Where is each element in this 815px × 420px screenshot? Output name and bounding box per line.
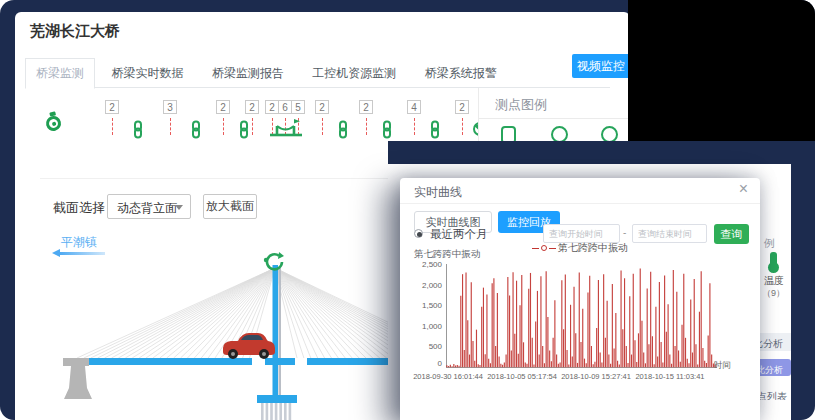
badge-value: 2 [245, 100, 259, 114]
tab-ipc-resource[interactable]: 工控机资源监测 [300, 58, 408, 88]
bridge-tower [273, 265, 279, 400]
badge-value: 4 [407, 100, 421, 114]
modal-header-divider [400, 203, 760, 204]
y-tick-label: 1,000 [412, 322, 442, 331]
x-tick-label: 2018-09-30 16:01:44 [413, 372, 483, 381]
x-axis-name: 时间 [714, 360, 731, 372]
car-graphic [223, 333, 275, 359]
point-legend-title: 测点图例 [495, 96, 547, 114]
badge-value: 2 [315, 100, 329, 114]
page-title: 芜湖长江大桥 [30, 22, 120, 41]
sensor-bar: 23222652242 [15, 94, 495, 146]
chain-link-icon[interactable] [190, 120, 202, 143]
legend-header-fragment: 例 [764, 236, 775, 251]
y-tick-label: 1,500 [412, 301, 442, 310]
x-tick-label: 2018-10-05 05:17:54 [487, 372, 557, 381]
y-tick-label: 500 [412, 342, 442, 351]
chain-link-icon[interactable] [132, 120, 144, 143]
sensor-dash-line [366, 118, 367, 135]
background-band [388, 141, 815, 164]
chain-link-icon[interactable] [381, 120, 393, 143]
tab-system-alarm[interactable]: 桥梁系统报警 [413, 58, 509, 88]
bridge-diagram [35, 252, 405, 420]
section-select-dropdown[interactable]: 动态背立面 [107, 194, 191, 219]
enlarge-section-button[interactable]: 放大截面 [203, 194, 257, 219]
date-separator: - [623, 227, 626, 238]
sensor-dash-line [252, 118, 253, 135]
chain-link-icon[interactable] [337, 120, 349, 143]
point-list-label: 测点列表 [757, 386, 791, 400]
sensor-dash-line [322, 118, 323, 135]
timer-icon[interactable] [44, 114, 62, 132]
tab-realtime-data[interactable]: 桥梁实时数据 [99, 58, 195, 88]
sensor-dash-line [462, 118, 463, 135]
tower-shadow [279, 268, 282, 396]
y-tick-label: 0 [412, 359, 442, 368]
y-tick-label: 2,000 [412, 281, 442, 290]
panel-divider [479, 118, 631, 119]
badge-value: 2 [265, 100, 279, 114]
foundation-cap [257, 395, 297, 403]
x-tick-label: 2018-10-09 15:27:41 [561, 372, 631, 381]
foundation-piles [261, 403, 291, 420]
chevron-down-icon [175, 205, 183, 210]
sensor-dash-line [414, 118, 415, 135]
badge-value: 2 [105, 100, 119, 114]
chain-link-icon[interactable] [429, 120, 441, 143]
left-pier [63, 358, 92, 399]
temperature-count: （9） [762, 287, 785, 300]
bridge-sensor-icon[interactable] [268, 118, 304, 142]
sensor-dash-line [223, 118, 224, 135]
badge-value: 2 [359, 100, 373, 114]
badge-value: 2 [216, 100, 230, 114]
video-monitor-button[interactable]: 视频监控 [572, 54, 630, 78]
badge-value: 6 [278, 100, 292, 114]
section-select-value: 动态背立面 [117, 200, 177, 217]
app-window: 芜湖长江大桥 桥梁监测 桥梁实时数据 桥梁监测报告 工控机资源监测 桥梁系统报警… [0, 0, 815, 420]
temperature-label: 温度 [764, 274, 784, 288]
badge-value: 2 [455, 100, 469, 114]
badge-value: 5 [291, 100, 305, 114]
badge-value: 3 [163, 100, 177, 114]
thermometer-icon[interactable] [770, 252, 777, 266]
modal-title: 实时曲线 [414, 184, 462, 201]
close-icon[interactable]: × [739, 180, 748, 198]
black-overlay-region [628, 0, 815, 148]
compare-analysis-button[interactable]: 对比分析 [757, 359, 791, 376]
vibration-chart: 第七跨跨中振动 2,5002,0001,5001,0005000 2018-09… [412, 248, 752, 416]
y-tick-label: 2,500 [412, 260, 442, 269]
sensor-dash-line [170, 118, 171, 135]
direction-label: 平潮镇 [61, 234, 97, 251]
main-tabbar: 桥梁监测 桥梁实时数据 桥梁监测报告 工控机资源监测 桥梁系统报警 [25, 58, 610, 88]
sensor-dash-line [112, 118, 113, 135]
chain-link-icon[interactable] [238, 120, 250, 143]
tab-monitor-report[interactable]: 桥梁监测报告 [200, 58, 296, 88]
bridge-deck [70, 358, 405, 365]
tab-bridge-monitor[interactable]: 桥梁监测 [25, 58, 95, 89]
realtime-curve-modal: 实时曲线 × 实时曲线图 监控回放 最近两个月 - 查询 第七跨跨中振动 第七跨… [400, 178, 760, 420]
recent-two-months-radio[interactable] [414, 229, 423, 238]
compare-section-header: 对比分析 [757, 333, 791, 351]
chart-plot [446, 264, 718, 370]
x-tick-label: 2018-10-15 11:03:41 [635, 372, 704, 381]
